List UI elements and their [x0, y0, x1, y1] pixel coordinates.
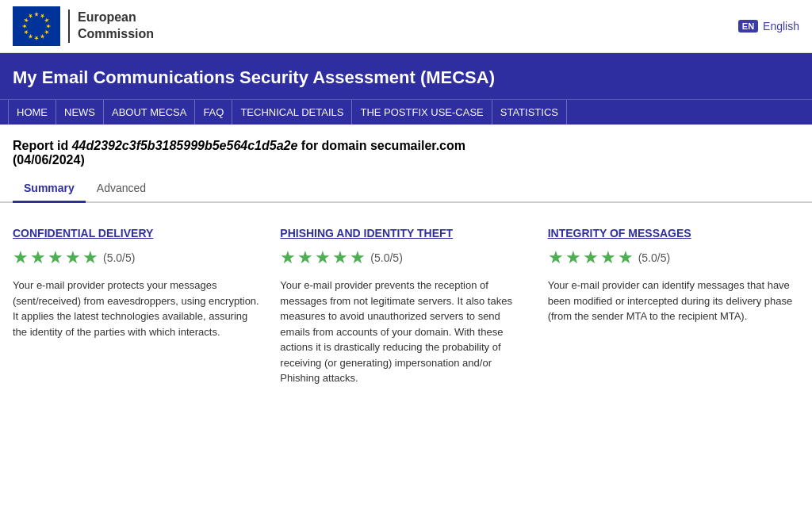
report-prefix: Report id: [13, 139, 72, 152]
star-4: ★: [65, 247, 81, 268]
report-date: (04/06/2024): [13, 153, 85, 167]
card-title-confidential[interactable]: CONFIDENTIAL DELIVERY: [13, 227, 264, 240]
report-id: 44d2392c3f5b3185999b5e564c1d5a2e: [72, 139, 298, 152]
site-header: European Commission EN English: [0, 0, 812, 53]
star-score-phishing: (5.0/5): [370, 251, 402, 264]
card-desc-confidential: Your e-mail provider protects your messa…: [13, 278, 264, 339]
tab-advanced[interactable]: Advanced: [86, 175, 157, 203]
cards-grid: CONFIDENTIAL DELIVERY ★ ★ ★ ★ ★ (5.0/5) …: [0, 219, 812, 402]
star-4: ★: [332, 247, 348, 268]
language-selector[interactable]: EN English: [738, 20, 799, 33]
card-desc-integrity: Your e-mail provider can identify messag…: [548, 278, 799, 324]
star-2: ★: [30, 247, 46, 268]
stars-confidential: ★ ★ ★ ★ ★ (5.0/5): [13, 247, 264, 268]
star-2: ★: [565, 247, 581, 268]
nav-technical-details[interactable]: TECHNICAL DETAILS: [232, 100, 352, 125]
report-domain: secumailer.com: [370, 139, 465, 152]
org-name: European Commission: [68, 10, 154, 43]
lang-label: English: [763, 20, 799, 33]
nav-news[interactable]: NEWS: [56, 100, 104, 125]
star-1: ★: [13, 247, 29, 268]
card-phishing: PHISHING AND IDENTITY THEFT ★ ★ ★ ★ ★ (5…: [280, 227, 531, 386]
banner-title: My Email Communications Security Assessm…: [13, 67, 799, 88]
nav-faq[interactable]: FAQ: [195, 100, 232, 125]
star-3: ★: [315, 247, 331, 268]
eu-flag-icon: [13, 6, 60, 46]
star-score-confidential: (5.0/5): [103, 251, 135, 264]
card-integrity: INTEGRITY OF MESSAGES ★ ★ ★ ★ ★ (5.0/5) …: [548, 227, 799, 386]
star-3: ★: [583, 247, 599, 268]
main-nav: HOME NEWS ABOUT MECSA FAQ TECHNICAL DETA…: [0, 99, 812, 125]
star-5: ★: [350, 247, 366, 268]
site-banner: My Email Communications Security Assessm…: [0, 53, 812, 99]
tab-summary[interactable]: Summary: [13, 175, 86, 203]
card-desc-phishing: Your e-mail provider prevents the recept…: [280, 278, 531, 386]
nav-postfix-use-case[interactable]: THE POSTFIX USE-CASE: [352, 100, 492, 125]
nav-statistics[interactable]: STATISTICS: [492, 100, 567, 125]
card-title-integrity[interactable]: INTEGRITY OF MESSAGES: [548, 227, 799, 240]
star-1: ★: [280, 247, 296, 268]
tab-bar: Summary Advanced: [0, 175, 812, 203]
stars-phishing: ★ ★ ★ ★ ★ (5.0/5): [280, 247, 531, 268]
card-confidential-delivery: CONFIDENTIAL DELIVERY ★ ★ ★ ★ ★ (5.0/5) …: [13, 227, 264, 386]
stars-integrity: ★ ★ ★ ★ ★ (5.0/5): [548, 247, 799, 268]
star-score-integrity: (5.0/5): [638, 251, 670, 264]
star-4: ★: [600, 247, 616, 268]
star-5: ★: [82, 247, 98, 268]
card-title-phishing[interactable]: PHISHING AND IDENTITY THEFT: [280, 227, 531, 240]
star-3: ★: [48, 247, 63, 268]
nav-about-mecsa[interactable]: ABOUT MECSA: [104, 100, 195, 125]
nav-home[interactable]: HOME: [8, 100, 56, 125]
star-5: ★: [618, 247, 634, 268]
lang-code-badge: EN: [738, 20, 758, 33]
star-1: ★: [548, 247, 564, 268]
logo-area: European Commission: [13, 6, 154, 46]
star-2: ★: [297, 247, 313, 268]
report-middle: for domain: [297, 139, 370, 152]
report-header: Report id 44d2392c3f5b3185999b5e564c1d5a…: [0, 125, 812, 175]
